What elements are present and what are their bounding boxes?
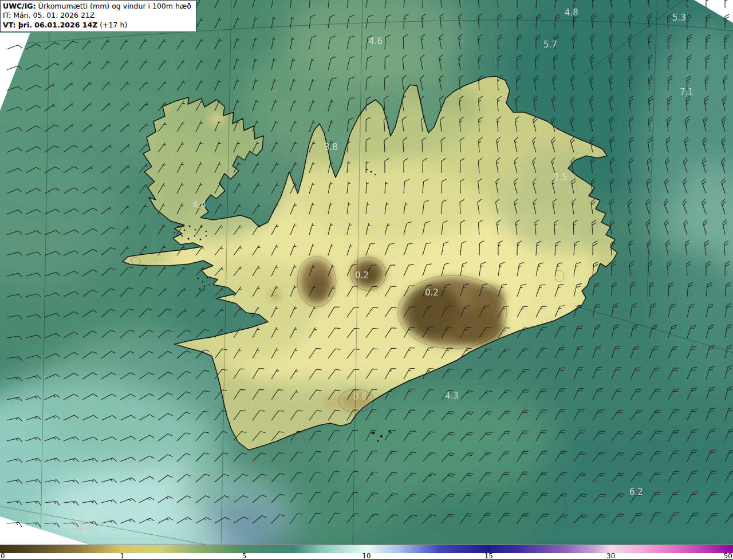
precip-label: 0.2 bbox=[355, 270, 369, 281]
map-title: Úrkomumætti (mm) og vindur i 100m hæð bbox=[36, 2, 191, 10]
colorbar-tick-label: 5 bbox=[242, 552, 247, 560]
precip-label: 4.3 bbox=[445, 391, 459, 401]
precip-label: 11.3 bbox=[72, 521, 91, 531]
colorbar-tick-label: 1 bbox=[120, 552, 125, 560]
precip-label: 5.3 bbox=[672, 13, 686, 23]
precip-label: 2.5 bbox=[554, 172, 568, 183]
precip-label: 3.8 bbox=[324, 142, 338, 152]
model-id: UWC/IG: bbox=[3, 2, 36, 10]
precip-label: 7.1 bbox=[680, 87, 693, 97]
precip-label: 0.2 bbox=[425, 287, 439, 298]
lead-time: (+17 h) bbox=[97, 21, 127, 29]
colorbar-tick-label: 50 bbox=[724, 552, 732, 560]
title-box: UWC/IG: Úrkomumætti (mm) og vindur i 100… bbox=[0, 0, 196, 32]
valid-time-line: VT: þri. 06.01.2026 14Z (+17 h) bbox=[3, 21, 191, 30]
colorbar-tick-label: 30 bbox=[606, 552, 615, 560]
precip-label: 4.6 bbox=[369, 36, 383, 46]
weather-map-app: 4.85.34.65.77.13.82.53.70.94.40.20.20.64… bbox=[0, 0, 733, 560]
colorbar-ticks: 01510153050 bbox=[0, 553, 733, 560]
precip-label: 6.2 bbox=[629, 487, 643, 497]
map-canvas: 4.85.34.65.77.13.82.53.70.94.40.20.20.64… bbox=[0, 0, 733, 545]
colorbar-tick-label: 0 bbox=[1, 552, 5, 560]
precip-label: 4.8 bbox=[565, 7, 578, 18]
valid-time: VT: þri. 06.01.2026 14Z bbox=[3, 21, 97, 29]
map-title-line: UWC/IG: Úrkomumætti (mm) og vindur i 100… bbox=[3, 2, 191, 11]
colorbar-tick-label: 15 bbox=[484, 552, 493, 560]
precip-label: 0.6 bbox=[353, 392, 367, 402]
precip-label: 3.7 bbox=[398, 182, 412, 192]
precip-label: 4.4 bbox=[192, 200, 206, 210]
precip-label: 0.9 bbox=[370, 207, 384, 217]
precip-label: 5.7 bbox=[543, 40, 557, 50]
colorbar-tick-label: 10 bbox=[362, 552, 371, 560]
init-time: IT: Mán. 05. 01. 2026 21Z bbox=[3, 11, 191, 20]
